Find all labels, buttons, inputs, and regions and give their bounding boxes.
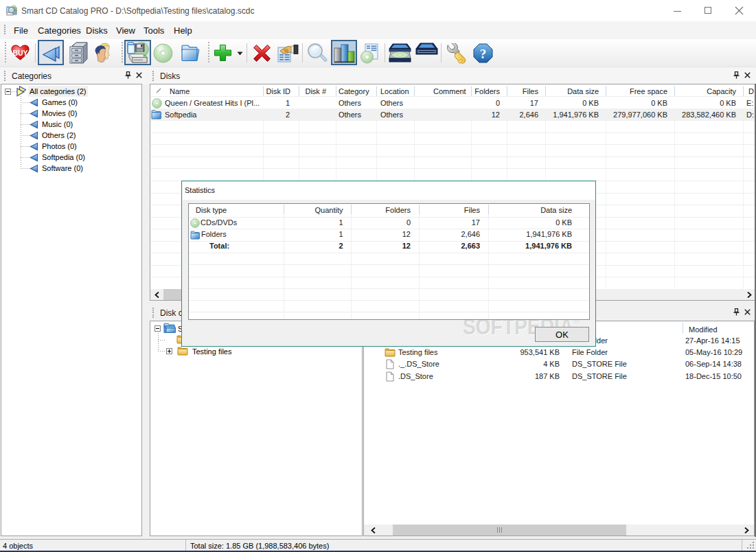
svg-text:?: ? <box>480 47 487 61</box>
svg-text:BUY: BUY <box>12 49 27 57</box>
